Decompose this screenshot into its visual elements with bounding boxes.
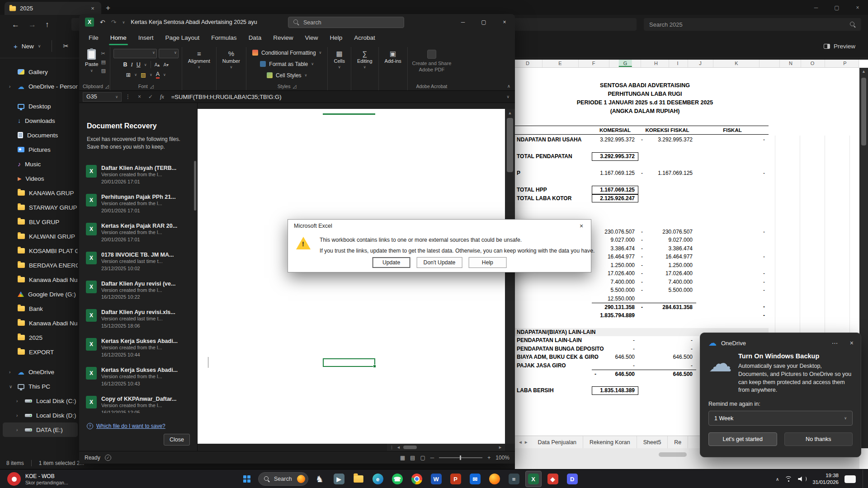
up-button[interactable]: ↑ <box>45 20 49 29</box>
underline-button[interactable]: U <box>137 61 141 68</box>
explorer-tab[interactable]: 2025 × <box>5 2 101 15</box>
scroll-thumb[interactable] <box>403 446 417 449</box>
ribbon-tab-acrobat[interactable]: Acrobat <box>348 34 381 45</box>
editing-button[interactable]: ∑ Editing ∨ <box>354 47 375 69</box>
insert-function-icon[interactable]: fx <box>156 94 168 100</box>
formula-text[interactable]: =SUMIF(TB!H:H;RUGILABA!C35;TB!G:G) <box>168 94 282 100</box>
dont-update-button[interactable]: Don't Update <box>417 257 462 268</box>
dialog-close-icon[interactable]: × <box>572 220 591 232</box>
sidebar-item-kosambi-plat-grup[interactable]: KOSAMBI PLAT GRUP <box>3 244 78 258</box>
hidden-icons-chevron[interactable]: ∧ <box>776 477 779 482</box>
sidebar-item-downloads[interactable]: ↓Downloads <box>3 113 78 128</box>
ribbon-tab-page-layout[interactable]: Page Layout <box>160 34 206 45</box>
no-thanks-button[interactable]: No thanks <box>784 432 853 446</box>
minimize-icon[interactable]: ─ <box>806 0 826 15</box>
ribbon-tab-formulas[interactable]: Formulas <box>205 34 242 45</box>
recovered-file[interactable]: XCopy of KKPAnwar_Daftar...Version creat… <box>79 392 193 413</box>
start-button[interactable] <box>239 471 255 487</box>
outlook-icon[interactable]: ✉ <box>467 471 483 487</box>
bold-button[interactable]: B <box>123 61 127 68</box>
decrease-font-icon[interactable]: A▾ <box>163 62 169 67</box>
discord-app-icon[interactable]: D <box>564 471 580 487</box>
word-icon[interactable]: W <box>428 471 444 487</box>
cut-icon[interactable]: ✂ <box>101 51 105 56</box>
sidebar-item-berdaya-energy-en[interactable]: BERDAYA ENERGY EN <box>3 258 78 272</box>
sidebar-item-local-disk-c[interactable]: ›Local Disk (C:) <box>3 394 78 408</box>
notification-badge[interactable] <box>844 475 856 483</box>
font-name-field[interactable] <box>113 49 157 58</box>
recovered-file[interactable]: XKertas Kerja Sukses Abadi...Version cre… <box>79 334 193 363</box>
update-button[interactable]: Update <box>373 257 410 268</box>
back-button[interactable]: ← <box>12 20 19 29</box>
font-color-icon[interactable]: A <box>156 71 160 79</box>
horse-app-icon[interactable]: ♞ <box>311 471 328 487</box>
sidebar-item-desktop[interactable]: Desktop <box>3 99 78 113</box>
sidebar-item-local-disk-d[interactable]: ›Local Disk (D:) <box>3 408 78 422</box>
recovered-file[interactable]: XDaftar Klien Ayu revisi.xls...Version c… <box>79 305 193 334</box>
column-letter-N[interactable]: N <box>789 61 793 66</box>
ribbon-tab-help[interactable]: Help <box>324 34 348 45</box>
scroll-thumb[interactable] <box>861 78 866 145</box>
scroll-thumb[interactable] <box>507 118 513 172</box>
zoom-in-icon[interactable]: + <box>487 455 491 461</box>
sidebar-item-2025[interactable]: 2025 <box>3 330 78 345</box>
remind-dropdown[interactable]: 1 Week ∨ <box>708 411 853 426</box>
tab-close-icon[interactable]: × <box>89 5 97 12</box>
close-icon[interactable]: × <box>850 339 854 347</box>
zoom-out-icon[interactable]: ─ <box>430 455 434 461</box>
collapse-ribbon-icon[interactable]: ∧ <box>507 84 510 89</box>
scroll-thumb[interactable] <box>659 452 687 457</box>
sidebar-item-kanawa-grup[interactable]: KANAWA GRUP <box>3 186 78 200</box>
recovered-file[interactable]: XDaftar Klien Aisyah (TERB...Version cre… <box>79 161 193 190</box>
get-started-button[interactable]: Let's get started <box>708 432 777 446</box>
ribbon-tab-view[interactable]: View <box>299 34 324 45</box>
pane-splitter-icon[interactable]: ⋮ <box>390 445 394 450</box>
sheet-tab-re[interactable]: Re <box>668 436 688 448</box>
column-letter-K[interactable]: K <box>735 61 738 66</box>
borders-icon[interactable]: ⊞ <box>126 71 131 78</box>
which-file-link[interactable]: ? Which file do I want to save? <box>87 423 165 429</box>
sidebar-item-this-pc[interactable]: ∨This PC <box>3 379 78 394</box>
preview-toggle[interactable]: Preview <box>824 43 855 50</box>
close-icon[interactable]: × <box>847 0 868 15</box>
column-letter-E[interactable]: E <box>558 61 561 66</box>
ribbon-tab-data[interactable]: Data <box>243 34 268 45</box>
help-button[interactable]: Help <box>468 257 506 268</box>
wifi-icon[interactable] <box>785 476 792 482</box>
recovered-file[interactable]: XKertas Kerja Pajak RAR 20...Version cre… <box>79 219 193 248</box>
cut-icon[interactable]: ✂ <box>63 42 69 50</box>
scroll-right-icon[interactable]: ► <box>498 445 502 450</box>
excel-icon[interactable]: X <box>525 471 542 487</box>
powerpoint-icon[interactable]: P <box>448 471 464 487</box>
widgets-button[interactable]: KOE - WOB Skor pertandingan... <box>4 471 72 487</box>
fill-color-icon[interactable]: ▨ <box>141 71 146 78</box>
sidebar-item-blv-grup[interactable]: BLV GRUP <box>3 215 78 229</box>
ribbon-tab-insert[interactable]: Insert <box>132 34 160 45</box>
worksheet-canvas[interactable] <box>198 109 505 444</box>
sidebar-item-export[interactable]: EXPORT <box>3 345 78 359</box>
conditional-formatting-button[interactable]: Conditional Formatting ∨ <box>250 47 325 58</box>
column-letter-O[interactable]: O <box>811 61 815 66</box>
security-app-icon[interactable]: ◆ <box>545 471 561 487</box>
scroll-left-icon[interactable]: ◄ <box>396 445 401 450</box>
sidebar-item-documents[interactable]: Documents <box>3 128 78 142</box>
sidebar-item-bank[interactable]: Bank <box>3 301 78 316</box>
recovered-file[interactable]: X0178 INVOICE TB. JM MA...Version create… <box>79 248 193 277</box>
whatsapp-icon[interactable]: ☎ <box>389 471 406 487</box>
new-button[interactable]: + New ∨ <box>14 42 41 50</box>
sidebar-item-gallery[interactable]: Gallery <box>3 65 78 79</box>
sidebar-item-starway-grup[interactable]: STARWAY GRUP <box>3 200 78 215</box>
normal-view-icon[interactable]: ▦ <box>400 455 405 461</box>
recovered-file[interactable]: XPerhitungan Pajak PPh 21...Version crea… <box>79 190 193 219</box>
format-painter-icon[interactable]: ▨ <box>101 68 105 74</box>
firefox-icon[interactable] <box>486 471 503 487</box>
cell-styles-button[interactable]: Cell Styles ∨ <box>264 70 310 81</box>
copy-icon[interactable]: ▤ <box>101 59 105 65</box>
italic-button[interactable]: I <box>131 61 133 68</box>
ribbon-tab-file[interactable]: File <box>83 34 104 45</box>
excel-search-box[interactable]: Search <box>288 17 404 28</box>
paste-button[interactable]: Paste ∨ <box>85 47 98 74</box>
column-letter-I[interactable]: I <box>677 61 678 66</box>
taskbar-clock[interactable]: 19:38 31/01/2026 <box>812 472 839 486</box>
column-letter-G[interactable]: G <box>619 60 632 67</box>
